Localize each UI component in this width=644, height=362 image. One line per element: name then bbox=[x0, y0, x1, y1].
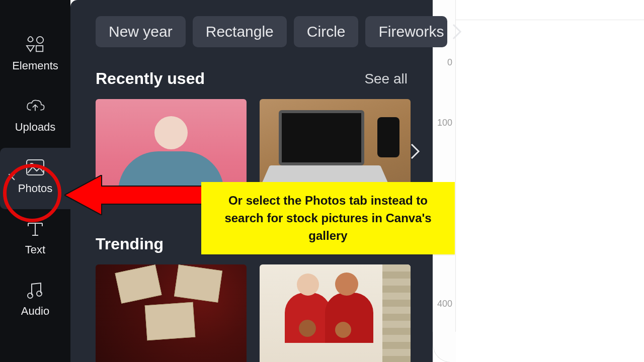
ruler-tick-label: 0 bbox=[447, 57, 452, 68]
sidebar-item-label: Photos bbox=[18, 182, 53, 195]
sidebar-item-audio[interactable]: Audio bbox=[0, 270, 70, 332]
cloud-upload-icon bbox=[26, 97, 45, 116]
svg-point-5 bbox=[28, 293, 33, 298]
sidebar-item-label: Text bbox=[25, 243, 45, 256]
sidebar-item-text[interactable]: Text bbox=[0, 209, 70, 270]
horizontal-ruler bbox=[456, 0, 644, 20]
ruler-tick-label: 100 bbox=[437, 118, 452, 128]
sidebar-item-label: Audio bbox=[21, 305, 49, 318]
section-header-recent: Recently used See all bbox=[96, 69, 426, 88]
ruler-corner bbox=[433, 332, 456, 362]
svg-rect-3 bbox=[27, 160, 44, 175]
row-scroll-right[interactable] bbox=[405, 136, 427, 166]
chip-circle[interactable]: Circle bbox=[294, 16, 359, 47]
close-icon[interactable]: ✕ bbox=[7, 171, 16, 184]
section-title: Recently used bbox=[96, 69, 205, 88]
sidebar-item-label: Uploads bbox=[15, 121, 56, 134]
photo-thumbnail[interactable] bbox=[96, 264, 247, 362]
see-all-link[interactable]: See all bbox=[364, 71, 408, 87]
ruler-tick-label: 400 bbox=[437, 299, 452, 309]
image-icon bbox=[26, 158, 45, 177]
chip-rectangle[interactable]: Rectangle bbox=[193, 16, 287, 47]
canvas-area[interactable] bbox=[456, 20, 644, 362]
svg-point-6 bbox=[37, 291, 42, 296]
svg-marker-1 bbox=[27, 46, 34, 51]
svg-point-4 bbox=[30, 163, 33, 166]
svg-rect-2 bbox=[36, 46, 43, 51]
chip-fireworks[interactable]: Fireworks bbox=[365, 16, 447, 47]
trending-thumbnails-row bbox=[96, 264, 426, 362]
chips-scroll-right[interactable] bbox=[450, 22, 463, 42]
sidebar-item-elements[interactable]: Elements bbox=[0, 25, 70, 86]
sidebar-item-label: Elements bbox=[12, 59, 58, 72]
section-title: Trending bbox=[96, 235, 164, 253]
music-note-icon bbox=[26, 281, 45, 300]
text-icon bbox=[26, 219, 45, 238]
suggestion-chips-row: New year Rectangle Circle Fireworks bbox=[96, 16, 426, 47]
annotation-callout: Or select the Photos tab instead to sear… bbox=[201, 182, 455, 254]
svg-point-0 bbox=[37, 37, 43, 43]
vertical-ruler: 0 100 400 bbox=[434, 0, 456, 362]
sidebar-item-uploads[interactable]: Uploads bbox=[0, 86, 70, 148]
shapes-icon bbox=[26, 35, 45, 54]
photo-thumbnail[interactable] bbox=[260, 264, 411, 362]
chip-new-year[interactable]: New year bbox=[96, 16, 186, 47]
photos-panel: New year Rectangle Circle Fireworks Rece… bbox=[70, 0, 433, 362]
